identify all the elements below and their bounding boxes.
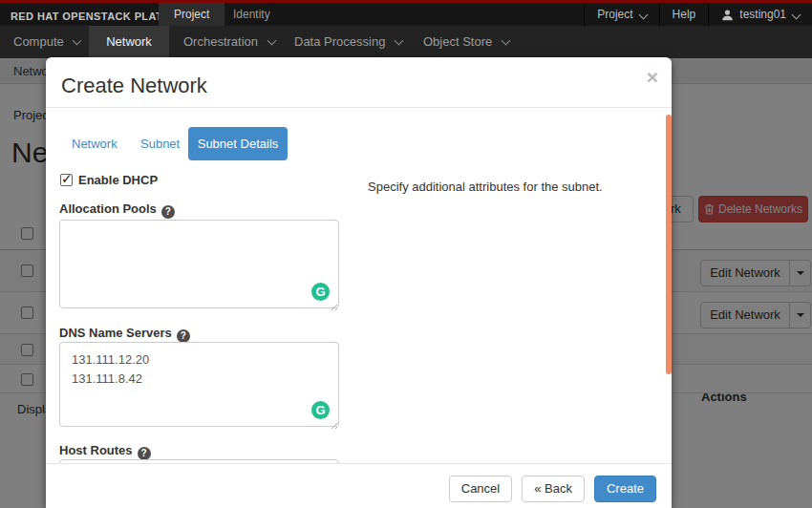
project-dropdown[interactable]: Project — [584, 3, 658, 26]
top-navbar: RED HAT OPENSTACK PLATFORM Project Ident… — [0, 0, 812, 26]
allocation-pools-field: G — [59, 220, 339, 312]
nav-orchestration-label: Orchestration — [183, 34, 258, 49]
create-network-modal: Create Network × Network Subnet Subnet D… — [46, 57, 672, 508]
tab-subnet-details[interactable]: Subnet Details — [188, 127, 288, 160]
nav-compute-label: Compute — [13, 34, 64, 49]
dns-name-servers-text: DNS Name Servers — [59, 326, 172, 340]
create-button[interactable]: Create — [594, 476, 656, 502]
topbar-tab-identity[interactable]: Identity — [218, 3, 286, 26]
help-label: Help — [673, 8, 696, 21]
user-menu[interactable]: testing01 — [708, 3, 812, 26]
nav-data-processing-label: Data Processing — [294, 34, 385, 49]
help-icon[interactable]: ? — [161, 205, 175, 219]
check-icon: ✓ — [61, 171, 73, 186]
enable-dhcp-checkbox[interactable]: ✓ — [60, 174, 73, 186]
topbar-tab-project[interactable]: Project — [159, 3, 224, 26]
user-icon — [721, 9, 734, 21]
enable-dhcp-label[interactable]: Enable DHCP — [78, 173, 158, 187]
username-label: testing01 — [739, 8, 786, 21]
allocation-pools-label: Allocation Pools? — [59, 201, 175, 219]
nav-compute[interactable]: Compute — [13, 26, 80, 58]
topbar-right-menus: Project Help testing01 — [584, 3, 812, 26]
dns-name-servers-field: 131.111.12.20 131.111.8.42 G — [59, 342, 339, 431]
nav-object-store-label: Object Store — [423, 34, 492, 49]
allocation-pools-textarea[interactable] — [59, 220, 339, 308]
project-dropdown-label: Project — [597, 8, 632, 21]
host-routes-label: Host Routes? — [59, 443, 151, 460]
subnet-details-help-text: Specify additional attributes for the su… — [368, 180, 654, 194]
tab-network[interactable]: Network — [72, 127, 118, 160]
tab-subnet[interactable]: Subnet — [140, 127, 180, 160]
section-navbar: Compute Network Orchestration Data Proce… — [0, 26, 812, 58]
screen: RED HAT OPENSTACK PLATFORM Project Ident… — [0, 0, 812, 508]
modal-scrollbar-thumb[interactable] — [666, 115, 672, 374]
nav-orchestration[interactable]: Orchestration — [183, 26, 275, 58]
nav-data-processing[interactable]: Data Processing — [294, 26, 402, 58]
nav-network[interactable]: Network — [89, 26, 169, 58]
cancel-button[interactable]: Cancel — [449, 476, 512, 502]
modal-header: Create Network × — [46, 57, 672, 108]
chevron-down-icon — [638, 10, 648, 19]
grammarly-icon[interactable]: G — [311, 401, 330, 419]
chevron-down-icon — [501, 36, 510, 46]
chevron-down-icon — [792, 10, 801, 19]
chevron-down-icon — [395, 36, 404, 46]
chevron-down-icon — [267, 36, 276, 46]
dns-name-servers-textarea[interactable]: 131.111.12.20 131.111.8.42 — [59, 342, 339, 427]
help-icon[interactable]: ? — [138, 447, 151, 460]
help-link[interactable]: Help — [659, 3, 709, 26]
nav-object-store[interactable]: Object Store — [423, 26, 509, 58]
nav-network-label: Network — [106, 34, 152, 49]
chevron-down-icon — [73, 36, 82, 46]
back-button[interactable]: « Back — [522, 476, 585, 502]
close-icon[interactable]: × — [647, 67, 658, 87]
modal-title: Create Network — [61, 74, 207, 98]
dns-name-servers-label: DNS Name Servers? — [59, 326, 190, 343]
modal-footer: Cancel « Back Create — [46, 463, 672, 508]
help-icon[interactable]: ? — [177, 329, 190, 343]
host-routes-text: Host Routes — [59, 443, 133, 457]
allocation-pools-text: Allocation Pools — [59, 201, 157, 216]
grammarly-icon[interactable]: G — [311, 283, 330, 301]
